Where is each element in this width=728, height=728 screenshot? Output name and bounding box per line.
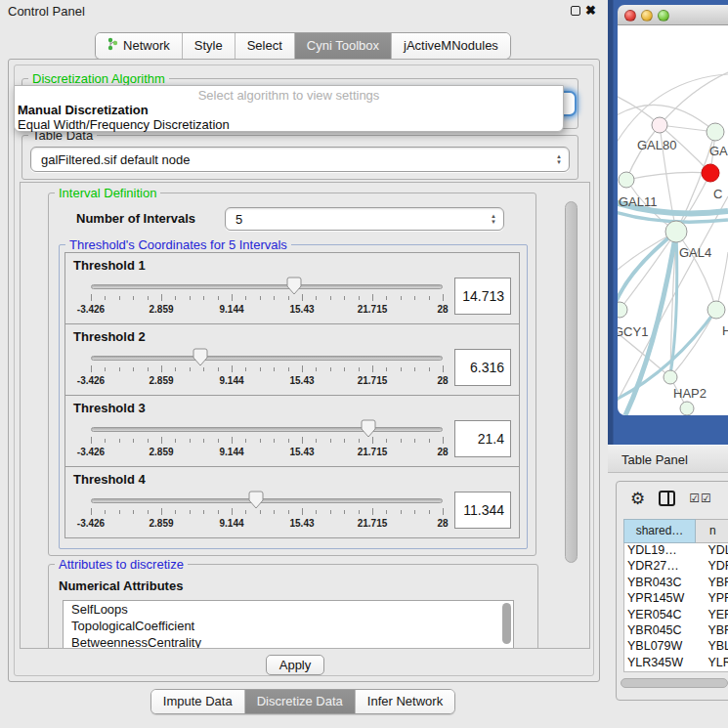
node-label: HAP2 [673,386,707,401]
attribute-list-item[interactable]: TopologicalCoefficient [64,618,513,634]
network-node-gal4[interactable] [665,221,687,242]
table-row[interactable]: YIL052CYIL0 [624,671,728,672]
tab-infer-network[interactable]: Infer Network [356,690,454,713]
threshold-label: Threshold 2 [73,329,511,344]
cell-shared-name[interactable]: YBL079W [624,639,695,655]
table-row[interactable]: YBL079WYBL0 [624,639,728,655]
slider-ticks [91,365,443,374]
table-row[interactable]: YDR27…YDR2 [624,559,728,575]
threshold-value-field[interactable]: 11.344 [454,492,511,529]
network-node-gal11[interactable] [619,172,634,188]
checkbox-icons[interactable]: ☑☑ [689,492,712,505]
popup-item-manual[interactable]: Manual Discretization [18,103,149,117]
table-row[interactable]: YBR043CYBR0 [624,576,728,591]
numerical-attributes-list[interactable]: SelfLoopsTopologicalCoefficientBetweenne… [63,600,514,649]
cell-name[interactable]: YER0 [695,608,728,623]
threshold-slider[interactable]: -3.4262.8599.14415.4321.71528 [91,346,443,389]
network-canvas[interactable]: GAL80GACGAL11GAL4GCY1HHAP2 [618,25,728,415]
threshold-value-field[interactable]: 6.316 [454,349,511,386]
network-node-ga[interactable] [707,123,724,141]
zoom-traffic-icon[interactable] [658,10,669,21]
cell-name[interactable]: YBL0 [695,639,728,655]
tab-jactivemnodules[interactable]: jActiveMNodules [392,33,510,59]
minimize-traffic-icon[interactable] [641,10,653,21]
table-panel: ⚙ ☑☑ shared… n YDL19…YDL1YDR27…YDR2YBR04… [616,481,728,701]
settings-scrollbar-thumb[interactable] [565,201,578,563]
cell-name[interactable]: YDL1 [695,543,728,559]
network-icon [107,37,118,54]
slider-handle[interactable] [248,491,264,513]
popup-item-equal-width[interactable]: Equal Width/Frequency Discretization [18,117,230,132]
network-node[interactable] [680,402,694,415]
list-scrollbar-thumb[interactable] [502,603,511,644]
threshold-value-field[interactable]: 21.4 [454,420,511,457]
threshold-label: Threshold 3 [73,401,511,415]
number-of-intervals-combobox[interactable]: 5 ▲▼ [225,207,504,231]
attributes-group: Attributes to discretize Numerical Attri… [48,564,538,649]
cell-name[interactable]: YBR0 [695,576,728,591]
node-label: GCY1 [618,324,648,339]
attribute-list-item[interactable]: BetweennessCentrality [64,634,513,649]
network-window: GAL80GACGAL11GAL4GCY1HHAP2 [618,5,728,415]
threshold-value-field[interactable]: 14.713 [454,278,511,315]
float-window-icon[interactable] [571,6,580,16]
cell-shared-name[interactable]: YDR27… [624,559,695,575]
threshold-slider[interactable]: -3.4262.8599.14415.4321.71528 [91,275,443,318]
cell-name[interactable]: YDR2 [695,559,728,575]
network-node-gal80[interactable] [652,117,667,133]
cell-shared-name[interactable]: YPR145W [624,591,695,607]
column-header-name[interactable]: n [696,519,728,543]
cell-name[interactable]: YPR1 [695,591,728,607]
table-data-group: Table Data galFiltered.sif default node … [21,135,578,180]
table-row[interactable]: YLR345WYLR3 [624,656,728,671]
numerical-attributes-label: Numerical Attributes [59,578,183,593]
attribute-list-item[interactable]: SelfLoops [64,601,513,618]
cell-name[interactable]: YBR0 [695,623,728,639]
cell-shared-name[interactable]: YBR043C [624,576,695,591]
tab-cyni-toolbox[interactable]: Cyni Toolbox [295,33,392,59]
slider-track[interactable] [91,427,443,432]
cell-shared-name[interactable]: YIL052C [624,671,695,672]
table-panel-title: Table Panel [621,452,688,467]
slider-track[interactable] [91,356,443,361]
column-header-shared-name[interactable]: shared… [623,519,696,543]
threshold-slider[interactable]: -3.4262.8599.14415.4321.71528 [91,489,443,532]
network-window-titlebar[interactable] [618,5,728,25]
threshold-slider[interactable]: -3.4262.8599.14415.4321.71528 [91,417,443,460]
cell-shared-name[interactable]: YLR345W [624,656,695,671]
network-node-h[interactable] [707,301,725,319]
cell-name[interactable]: YLR3 [695,656,728,671]
split-columns-icon[interactable] [659,491,675,506]
cell-shared-name[interactable]: YDL19… [624,543,695,559]
apply-button[interactable]: Apply [266,655,324,675]
close-icon[interactable]: ✖ [585,3,596,18]
node-label: GAL80 [637,138,676,152]
tab-network[interactable]: Network [96,33,183,59]
table-row[interactable]: YDL19…YDL1 [624,543,728,559]
gear-icon[interactable]: ⚙ [630,489,645,509]
slider-handle[interactable] [193,348,208,370]
slider-handle[interactable] [286,277,302,299]
network-node-gcy1[interactable] [618,302,627,318]
network-node-hap2[interactable] [664,370,677,384]
slider-track[interactable] [91,284,443,289]
table-row[interactable]: YBR045CYBR0 [624,623,728,639]
cell-shared-name[interactable]: YBR045C [624,623,695,639]
network-node-c[interactable] [702,164,719,182]
node-label: H [722,323,728,338]
slider-ticks [91,294,443,303]
close-traffic-icon[interactable] [624,10,636,21]
tab-discretize-data[interactable]: Discretize Data [245,690,356,713]
slider-track[interactable] [91,498,443,503]
tab-impute-data[interactable]: Impute Data [151,690,245,713]
slider-handle[interactable] [361,419,376,442]
table-hscrollbar-thumb[interactable] [621,678,728,688]
tab-select[interactable]: Select [236,33,295,59]
table-row[interactable]: YPR145WYPR1 [624,591,728,607]
tab-label: Infer Network [367,694,443,708]
cell-shared-name[interactable]: YER054C [624,608,695,623]
tab-style[interactable]: Style [183,33,236,59]
cell-name[interactable]: YIL0 [695,671,728,672]
table-row[interactable]: YER054CYER0 [624,608,728,623]
table-data-combobox[interactable]: galFiltered.sif default node ▲▼ [30,147,570,172]
